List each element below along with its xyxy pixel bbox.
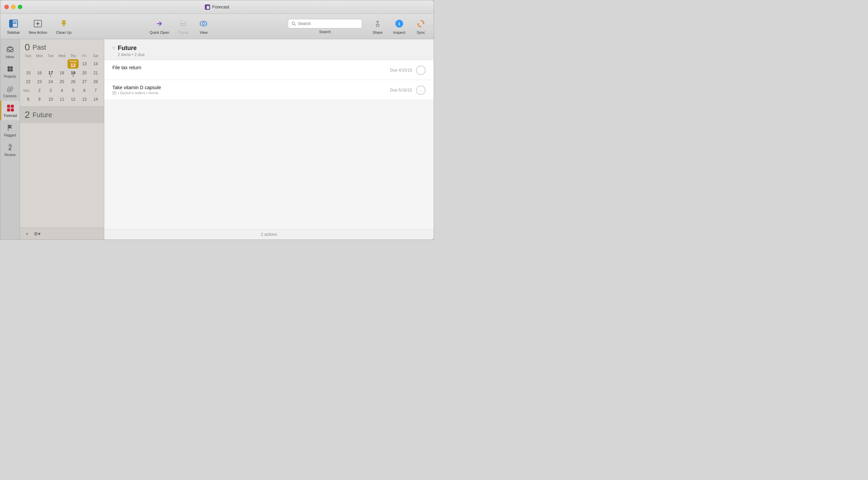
search-magnifier-icon xyxy=(292,21,296,26)
sidebar-label: Sidebar xyxy=(7,30,20,34)
new-action-button[interactable]: New Action xyxy=(25,16,51,36)
settings-gear-button[interactable]: ⚙▾ xyxy=(33,230,41,237)
flagged-icon xyxy=(5,123,15,132)
cal-cell[interactable] xyxy=(34,59,45,69)
main-area: Inbox Projects @ xyxy=(0,39,434,239)
cal-cell[interactable]: 20 xyxy=(79,69,90,77)
view-icon xyxy=(198,18,209,29)
quick-open-icon xyxy=(154,18,165,29)
svg-point-34 xyxy=(7,66,10,69)
app-window: 📋 Forecast Sidebar xyxy=(0,0,434,240)
task-row[interactable]: File tax return Due 4/15/15 xyxy=(104,60,434,80)
calendar-grid: Sun Mon Tue Wed Thu Fri Sat xyxy=(20,53,104,106)
minimize-button[interactable] xyxy=(11,5,16,9)
cal-cell[interactable]: 6 xyxy=(79,86,90,95)
days-header: Sun Mon Tue Wed Thu Fri Sat xyxy=(23,53,101,58)
content-subtitle: 2 items • 2 due xyxy=(118,52,426,57)
cal-cell[interactable]: 10 xyxy=(45,95,56,104)
calendar-bottom: + ⚙▾ xyxy=(20,228,104,239)
sync-button[interactable]: Sync xyxy=(411,16,431,36)
clean-up-icon xyxy=(58,18,69,29)
inbox-icon xyxy=(5,45,15,54)
cal-cell[interactable]: 2 xyxy=(34,86,45,95)
disclosure-triangle[interactable]: ▽ xyxy=(112,46,115,50)
day-mon: Mon xyxy=(34,53,45,58)
cal-cell[interactable]: 15 xyxy=(23,69,34,77)
cal-cell[interactable]: 14 xyxy=(90,59,101,69)
app-icon: 📋 xyxy=(205,4,210,10)
maximize-button[interactable] xyxy=(18,5,22,9)
cal-cell[interactable]: 3 xyxy=(45,86,56,95)
svg-rect-10 xyxy=(62,25,65,25)
cal-cell[interactable]: 9 xyxy=(34,95,45,104)
past-section: 0 Past Sun Mon Tue Wed Thu Fri Sat xyxy=(20,39,104,106)
search-input[interactable] xyxy=(298,21,358,26)
cal-cell[interactable]: 13 xyxy=(79,95,90,104)
cal-cell[interactable]: 11 xyxy=(56,95,67,104)
sidebar-item-projects[interactable]: Projects xyxy=(0,61,20,81)
svg-rect-3 xyxy=(9,20,13,27)
cal-month-label: Mar xyxy=(23,86,34,95)
inspect-button[interactable]: i Inspect xyxy=(389,16,409,36)
cal-cell[interactable]: 24 xyxy=(45,77,56,86)
svg-point-36 xyxy=(7,69,10,72)
task-complete-button[interactable] xyxy=(416,66,426,75)
cal-cell[interactable]: 7 xyxy=(90,86,101,95)
clean-up-button[interactable]: Clean Up xyxy=(52,16,76,36)
task-content: Take vitamin D capsule • Doctor's xyxy=(112,85,390,95)
cal-cell[interactable]: 5 xyxy=(67,86,79,95)
sidebar-item-inbox[interactable]: Inbox xyxy=(0,42,20,61)
cal-cell[interactable] xyxy=(45,59,56,69)
svg-rect-40 xyxy=(11,105,14,108)
cal-cell[interactable]: 12 xyxy=(67,95,79,104)
task-row[interactable]: Take vitamin D capsule • Doctor's xyxy=(104,80,434,100)
sidebar-button[interactable]: Sidebar xyxy=(3,16,24,36)
view-button[interactable]: View xyxy=(193,16,214,36)
svg-rect-26 xyxy=(376,24,379,26)
sidebar-item-review[interactable]: Review xyxy=(0,140,20,159)
new-action-icon xyxy=(32,18,43,29)
cal-cell[interactable]: 14 xyxy=(90,95,101,104)
search-box[interactable] xyxy=(288,19,362,28)
cal-cell[interactable]: 22 xyxy=(23,77,34,86)
share-button[interactable]: Share xyxy=(368,16,388,36)
cal-cell[interactable] xyxy=(23,59,34,69)
sidebar-item-forecast[interactable]: Forecast xyxy=(0,101,20,120)
task-content: File tax return xyxy=(112,65,390,71)
cal-cell[interactable]: 13 xyxy=(79,59,90,69)
cal-cell[interactable]: 26 xyxy=(67,77,79,86)
future-count: 2 xyxy=(25,110,30,120)
view-label: View xyxy=(200,30,208,34)
close-button[interactable] xyxy=(4,5,9,9)
cal-cell[interactable]: 16 xyxy=(34,69,45,77)
svg-point-43 xyxy=(9,145,11,146)
task-title: File tax return xyxy=(112,65,390,70)
cal-cell[interactable]: 21 xyxy=(90,69,101,77)
cal-cell[interactable]: 28 xyxy=(90,77,101,86)
cal-cell[interactable]: 8 xyxy=(23,95,34,104)
cal-cell[interactable]: 27 xyxy=(79,77,90,86)
cal-cell[interactable]: 23 xyxy=(34,77,45,86)
review-label: Review xyxy=(4,153,16,157)
due-date: Due 4/15/15 xyxy=(390,68,412,73)
cal-cell[interactable] xyxy=(56,59,67,69)
svg-rect-9 xyxy=(62,24,66,24)
new-action-label: New Action xyxy=(29,30,47,34)
task-action-button[interactable]: ··· xyxy=(416,85,426,95)
cal-cell[interactable]: 171 xyxy=(45,69,56,77)
due-date: Due 5/16/15 xyxy=(390,88,412,93)
focus-button[interactable]: Focus xyxy=(173,16,193,36)
quick-open-button[interactable]: Quick Open xyxy=(145,16,173,36)
day-sat: Sat xyxy=(90,53,101,58)
cal-cell[interactable]: 191 xyxy=(67,69,79,77)
cal-cell[interactable]: 25 xyxy=(56,77,67,86)
search-label: Search xyxy=(319,30,331,34)
forecast-icon xyxy=(6,103,15,113)
section-title: Future xyxy=(118,45,137,52)
sidebar-item-flagged[interactable]: Flagged xyxy=(0,120,20,140)
cal-cell[interactable]: 18 xyxy=(56,69,67,77)
sidebar-item-contexts[interactable]: @ Contexts xyxy=(0,81,20,101)
add-button[interactable]: + xyxy=(23,230,31,237)
cal-cell[interactable]: 4 xyxy=(56,86,67,95)
cal-cell-today[interactable]: Today 12 xyxy=(67,59,79,69)
